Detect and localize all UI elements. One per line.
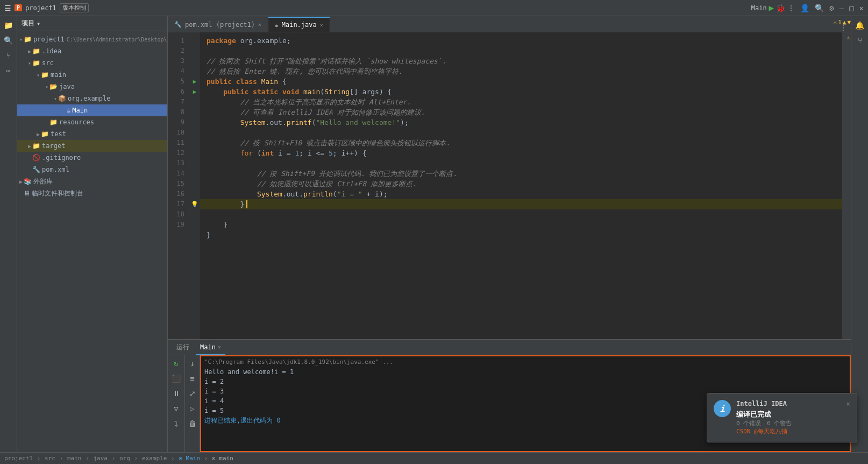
- notification-icon[interactable]: 🔔: [853, 19, 866, 31]
- status-main-folder: main: [67, 455, 82, 462]
- target-folder-icon: 📁: [32, 142, 40, 150]
- minimize-button[interactable]: —: [839, 4, 844, 12]
- line-numbers: 1234 5678 9101112 13141516 171819: [168, 32, 189, 339]
- editor-area: 🔧 pom.xml (project1) ✕ ☕ Main.java ✕ ⋮ ⚠…: [168, 16, 851, 452]
- warn-line17: 💡: [189, 199, 200, 209]
- target-label: target: [42, 142, 65, 150]
- arrow-icon: ▶: [37, 131, 40, 137]
- arrow-icon: ▾: [28, 60, 31, 66]
- bottom-tab-close[interactable]: ✕: [218, 344, 221, 350]
- find-icon[interactable]: 🔍: [2, 34, 15, 46]
- bottom-tab-run[interactable]: 运行: [172, 340, 194, 355]
- tree-item-main-java[interactable]: ▶ ☕ Main: [17, 104, 167, 116]
- git-right-icon[interactable]: ⑂: [856, 34, 864, 46]
- tree-item-resources[interactable]: ▶ 📁 resources: [17, 116, 167, 128]
- tree-item-external[interactable]: ▶ 📚 外部库: [17, 175, 167, 187]
- menu-icon[interactable]: ☰: [4, 4, 11, 12]
- tree-item-test[interactable]: ▶ 📁 test: [17, 128, 167, 140]
- align-icon[interactable]: ≡: [188, 372, 196, 384]
- run-gutter: ▶ ▶ 💡: [189, 32, 200, 339]
- notif-header: IntelliJ IDEA ✕: [736, 400, 850, 407]
- run-button[interactable]: ▶: [769, 3, 774, 13]
- tree-item-java[interactable]: ▾ 📂 java: [17, 81, 167, 93]
- sidebar-header: 项目 ▾: [17, 16, 167, 31]
- search-icon[interactable]: 🔍: [815, 4, 824, 12]
- tree-item-idea[interactable]: ▶ 📁 .idea: [17, 45, 167, 57]
- gitignore-icon: 🚫: [32, 154, 40, 161]
- down-arrow-icon[interactable]: ↓: [188, 357, 196, 369]
- run-config-label: Main: [751, 4, 767, 12]
- test-label: test: [51, 130, 66, 138]
- maximize-button[interactable]: □: [849, 4, 853, 12]
- pom-icon: 🔧: [32, 166, 40, 173]
- sidebar-arrow[interactable]: ▾: [37, 20, 40, 27]
- idea-folder-icon: 📁: [32, 47, 40, 55]
- git-icon[interactable]: ⑂: [5, 50, 12, 61]
- tree-item-pom[interactable]: ▶ 🔧 pom.xml: [17, 164, 167, 175]
- debug-button[interactable]: 🐞: [776, 4, 785, 12]
- external-label: 外部库: [33, 177, 53, 186]
- tree-item-temp[interactable]: ▶ 🖥 临时文件和控制台: [17, 187, 167, 199]
- tree-item-org-example[interactable]: ▾ 📦 org.example: [17, 93, 167, 104]
- rerun-icon[interactable]: ↻: [172, 357, 180, 369]
- stop-icon[interactable]: ⬛: [170, 372, 182, 384]
- run-line5-btn[interactable]: ▶: [189, 76, 200, 87]
- main-folder-label: main: [51, 71, 66, 79]
- close-button[interactable]: ✕: [859, 4, 864, 12]
- editor-wrapper: ⚠ 1 ▲ ▼ 1234 5678 9101112 13141516 17181…: [168, 32, 851, 339]
- settings-icon[interactable]: ⚙: [829, 4, 834, 12]
- trash-icon[interactable]: 🗑: [187, 418, 198, 430]
- status-sep4: ›: [112, 455, 115, 461]
- right-panel-icons: 🔔 ⑂: [851, 16, 868, 452]
- tree-item-gitignore[interactable]: ▶ 🚫 .gitignore: [17, 152, 167, 164]
- src-label: src: [42, 59, 54, 67]
- tab-main[interactable]: ☕ Main.java ✕: [268, 17, 330, 32]
- run-line6-btn[interactable]: ▶: [189, 87, 200, 97]
- tree-item-src[interactable]: ▾ 📁 src: [17, 57, 167, 69]
- filter-icon[interactable]: ▽: [172, 403, 180, 414]
- project-icon[interactable]: 📁: [2, 19, 15, 31]
- vcs-label[interactable]: 版本控制: [60, 3, 89, 12]
- bottom-tabs: 运行 Main ✕: [168, 340, 851, 355]
- status-main-class: ⊙ Main: [179, 455, 200, 462]
- left-panel-icons: 📁 🔍 ⑂ ⋯: [0, 16, 17, 452]
- status-sep7: ›: [204, 455, 208, 461]
- temp-icon: 🖥: [24, 189, 30, 197]
- notif-close-btn[interactable]: ✕: [846, 400, 850, 407]
- status-project: project1: [4, 455, 33, 462]
- notification: i IntelliJ IDEA ✕ 编译已完成 0 个错误，0 个警告 CSDN…: [707, 393, 857, 442]
- project-name: project1: [25, 4, 56, 12]
- package-icon: 📦: [58, 95, 66, 102]
- main-folder-icon: 📁: [41, 71, 49, 79]
- project-folder-icon: 📁: [24, 36, 32, 43]
- resources-label: resources: [59, 118, 94, 126]
- pause-icon[interactable]: ⏸: [171, 388, 182, 399]
- tab-pom[interactable]: 🔧 pom.xml (project1) ✕: [168, 17, 268, 32]
- profile-icon[interactable]: 👤: [800, 4, 809, 12]
- editor-bottom-split: ⚠ 1 ▲ ▼ 1234 5678 9101112 13141516 17181…: [168, 32, 851, 452]
- project-path: C:\Users\Administrator\Desktop\project1: [67, 37, 167, 43]
- status-sep2: ›: [60, 455, 63, 461]
- warning-marker: ⚠: [846, 34, 850, 40]
- pom-tab-close[interactable]: ✕: [258, 22, 261, 27]
- wrap-icon[interactable]: ⤵: [173, 418, 180, 430]
- tree-item-target[interactable]: ▶ 📁 target: [17, 140, 167, 152]
- main-tab-close[interactable]: ✕: [320, 22, 323, 28]
- tree-item-main-folder[interactable]: ▾ 📁 main: [17, 69, 167, 81]
- status-src: src: [45, 455, 55, 462]
- play-icon[interactable]: ▷: [188, 403, 196, 414]
- bottom-tab-main[interactable]: Main ✕: [196, 340, 225, 355]
- more-tools-icon[interactable]: ⋯: [4, 65, 12, 76]
- java-label: java: [59, 83, 75, 90]
- notif-title: IntelliJ IDEA: [736, 400, 787, 407]
- expand-icon[interactable]: ⤢: [188, 388, 197, 399]
- notif-content: IntelliJ IDEA ✕ 编译已完成 0 个错误，0 个警告 CSDN @…: [736, 400, 850, 435]
- status-sep5: ›: [134, 455, 138, 461]
- more-icon[interactable]: ⋮: [787, 4, 795, 12]
- gitignore-label: .gitignore: [42, 154, 81, 161]
- status-bar: project1 › src › main › java › org › exa…: [0, 452, 868, 464]
- tree-item-project1[interactable]: ▾ 📁 project1 C:\Users\Administrator\Desk…: [17, 33, 167, 45]
- temp-label: 临时文件和控制台: [32, 189, 83, 198]
- editor-code[interactable]: package org.example; // 按两次 Shift 打开"随处搜…: [200, 32, 842, 339]
- notif-sub-text: 0 个错误，0 个警告: [736, 419, 850, 427]
